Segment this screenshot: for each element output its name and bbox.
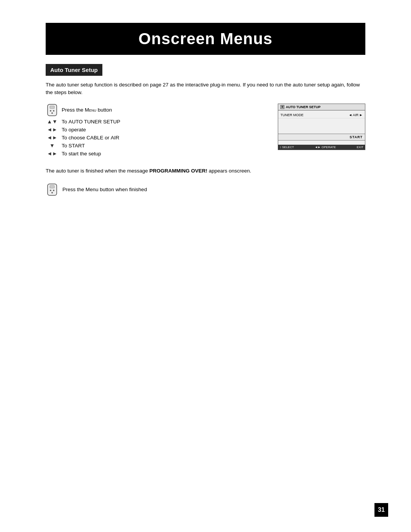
page-title: Onscreen Menus (46, 30, 365, 48)
tv-tuner-label: TUNER MODE (280, 113, 304, 117)
tv-tuner-value: ◄ AIR ► (349, 113, 363, 117)
tv-start-row: START (278, 134, 365, 141)
steps-list: Press the Menu button ▲▼ To AUTO TUNER S… (46, 104, 270, 159)
arrow-leftright-icon-1: ◄► (47, 127, 57, 132)
step-row-2: ▲▼ To AUTO TUNER SETUP (46, 119, 270, 125)
svg-point-7 (50, 190, 51, 191)
tv-footer-exit: EXIT (357, 145, 363, 149)
section-title: Auto Tuner Setup (50, 67, 98, 73)
tv-value-text: AIR (353, 113, 358, 117)
step-text-5: To START (62, 143, 85, 149)
tv-arrow-left: ◄ (349, 113, 352, 117)
step-row-5: ▼ To START (46, 143, 270, 149)
svg-point-9 (51, 192, 53, 193)
intro-paragraph: The auto tuner setup function is describ… (46, 81, 365, 97)
finished-paragraph: The auto tuner is finished when the mess… (46, 167, 365, 175)
step-icon-4: ◄► (46, 135, 59, 140)
arrow-leftright-icon-3: ◄► (47, 151, 57, 156)
step-row-6: ◄► To start the setup (46, 151, 270, 157)
remote-icon (47, 104, 57, 117)
final-step-text: Press the Menu button when finished (62, 187, 147, 192)
section-header: Auto Tuner Setup (46, 64, 102, 76)
step-row-1: Press the Menu button (46, 104, 270, 117)
step-icon-6: ◄► (46, 151, 59, 156)
step-text-1: Press the Menu button (62, 107, 112, 113)
step-row-3: ◄► To operate (46, 127, 270, 133)
tv-arrow-right: ► (359, 113, 363, 117)
page-number: 31 (374, 503, 388, 517)
tv-start-label: START (350, 135, 363, 139)
step-icon-2: ▲▼ (46, 119, 59, 124)
step-icon-1 (46, 104, 59, 117)
tv-tuner-row: TUNER MODE ◄ AIR ► (278, 112, 365, 118)
svg-rect-6 (50, 185, 54, 188)
tv-screen-body: TUNER MODE ◄ AIR ► START (278, 110, 365, 145)
arrow-updown-icon: ▲▼ (47, 119, 57, 124)
tv-footer-select: ↕ SELECT (280, 145, 294, 149)
svg-point-3 (53, 110, 54, 112)
tv-screen-header: ⊞ AUTO TUNER SETUP (278, 104, 365, 110)
finished-text-after: appears onscreen. (207, 168, 252, 174)
step-text-6: To start the setup (62, 151, 101, 157)
step-text-4: To choose CABLE or AIR (62, 135, 119, 141)
svg-point-8 (53, 190, 54, 191)
step-row-4: ◄► To choose CABLE or AIR (46, 135, 270, 141)
remote-icon-2 (47, 183, 57, 196)
tv-footer-operate: ◄► OPERATE (315, 145, 336, 149)
step-text-2: To AUTO TUNER SETUP (62, 119, 120, 125)
finished-text-before: The auto tuner is finished when the mess… (46, 168, 149, 174)
steps-and-screen: Press the Menu button ▲▼ To AUTO TUNER S… (46, 104, 365, 159)
step-text-3: To operate (62, 127, 86, 133)
step-icon-3: ◄► (46, 127, 59, 132)
tv-header-icon: ⊞ (280, 105, 284, 109)
svg-point-2 (50, 110, 51, 112)
final-step-row: Press the Menu button when finished (46, 183, 365, 196)
tv-header-label: AUTO TUNER SETUP (286, 105, 320, 109)
arrow-leftright-icon-2: ◄► (47, 135, 57, 140)
arrow-down-icon: ▼ (49, 143, 55, 148)
finished-text-bold: PROGRAMMING OVER! (149, 168, 207, 174)
step-icon-5: ▼ (46, 143, 59, 148)
svg-rect-1 (50, 106, 54, 109)
final-step-icon (46, 183, 59, 196)
page-container: Onscreen Menus Auto Tuner Setup The auto… (0, 0, 411, 532)
tv-screen-mockup: ⊞ AUTO TUNER SETUP TUNER MODE ◄ AIR ► ST… (278, 104, 365, 150)
title-banner: Onscreen Menus (46, 23, 365, 55)
tv-footer: ↕ SELECT ◄► OPERATE EXIT (278, 145, 365, 150)
tv-empty-space (278, 118, 365, 134)
tv-exit-label: EXIT (357, 145, 363, 149)
svg-point-4 (51, 112, 53, 114)
